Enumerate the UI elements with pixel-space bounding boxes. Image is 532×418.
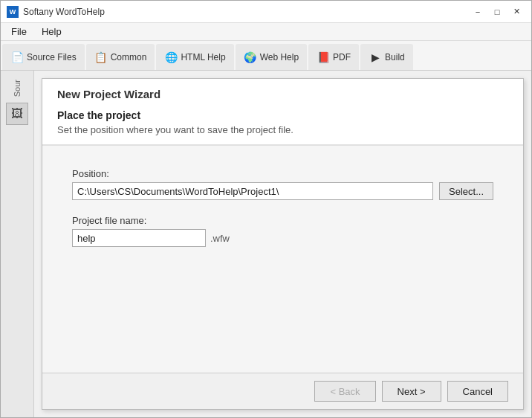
position-input[interactable] [72, 182, 433, 200]
maximize-button[interactable]: □ [488, 4, 506, 19]
tab-pdf-label: PDF [333, 52, 351, 62]
position-row: Select... [72, 182, 493, 200]
dialog-step-description: Set the position where you want to save … [57, 124, 508, 135]
sidebar: Sour 🖼 [1, 71, 34, 417]
dialog-body: Position: Select... Project file name: .… [42, 146, 523, 373]
next-button[interactable]: Next > [382, 381, 441, 402]
title-bar: W Softany WordToHelp − □ ✕ [1, 1, 531, 23]
tab-common[interactable]: 📋 Common [86, 44, 155, 70]
tab-build-label: Build [385, 52, 405, 62]
app-icon: W [7, 6, 19, 18]
menu-bar: File Help [1, 23, 531, 41]
main-window: W Softany WordToHelp − □ ✕ File Help 📄 S… [0, 0, 532, 418]
html-help-icon: 🌐 [164, 51, 178, 64]
window-controls: − □ ✕ [469, 4, 525, 19]
dialog-footer: < Back Next > Cancel [42, 373, 523, 409]
sidebar-label: Sour [13, 77, 22, 100]
source-files-icon: 📄 [10, 51, 24, 64]
sidebar-icon-button[interactable]: 🖼 [6, 103, 28, 125]
filename-input[interactable] [72, 229, 206, 247]
dialog-step-title: Place the project [57, 109, 508, 121]
tab-build[interactable]: ▶ Build [360, 44, 413, 70]
pdf-icon: 📕 [317, 51, 330, 64]
minimize-button[interactable]: − [469, 4, 487, 19]
main-area: Sour 🖼 New Project Wizard Place the proj… [1, 71, 531, 417]
window-title: Softany WordToHelp [23, 7, 469, 17]
menu-help[interactable]: Help [34, 25, 69, 39]
tab-web-help-label: Web Help [260, 52, 299, 62]
position-field-group: Position: Select... [72, 168, 493, 200]
tab-source-files-label: Source Files [27, 52, 77, 62]
dialog-title: New Project Wizard [57, 88, 508, 100]
tab-source-files[interactable]: 📄 Source Files [2, 44, 85, 70]
filename-row: .wfw [72, 229, 493, 247]
select-button[interactable]: Select... [439, 182, 493, 200]
dialog-area: New Project Wizard Place the project Set… [34, 71, 531, 417]
common-icon: 📋 [94, 51, 108, 64]
cancel-button[interactable]: Cancel [447, 381, 508, 402]
position-label: Position: [72, 168, 493, 179]
close-button[interactable]: ✕ [507, 4, 525, 19]
build-icon: ▶ [369, 51, 382, 64]
tab-web-help[interactable]: 🌍 Web Help [236, 44, 307, 70]
dialog-header: New Project Wizard Place the project Set… [42, 79, 523, 146]
tab-html-help[interactable]: 🌐 HTML Help [156, 44, 233, 70]
filename-label: Project file name: [72, 215, 493, 226]
web-help-icon: 🌍 [244, 51, 257, 64]
filename-field-group: Project file name: .wfw [72, 215, 493, 247]
tab-pdf[interactable]: 📕 PDF [308, 44, 359, 70]
back-button[interactable]: < Back [314, 381, 375, 402]
tab-common-label: Common [111, 52, 147, 62]
filename-extension: .wfw [210, 233, 230, 244]
menu-file[interactable]: File [4, 25, 34, 39]
new-project-wizard-dialog: New Project Wizard Place the project Set… [42, 78, 524, 410]
toolbar: 📄 Source Files 📋 Common 🌐 HTML Help 🌍 We… [1, 41, 531, 71]
tab-html-help-label: HTML Help [181, 52, 225, 62]
